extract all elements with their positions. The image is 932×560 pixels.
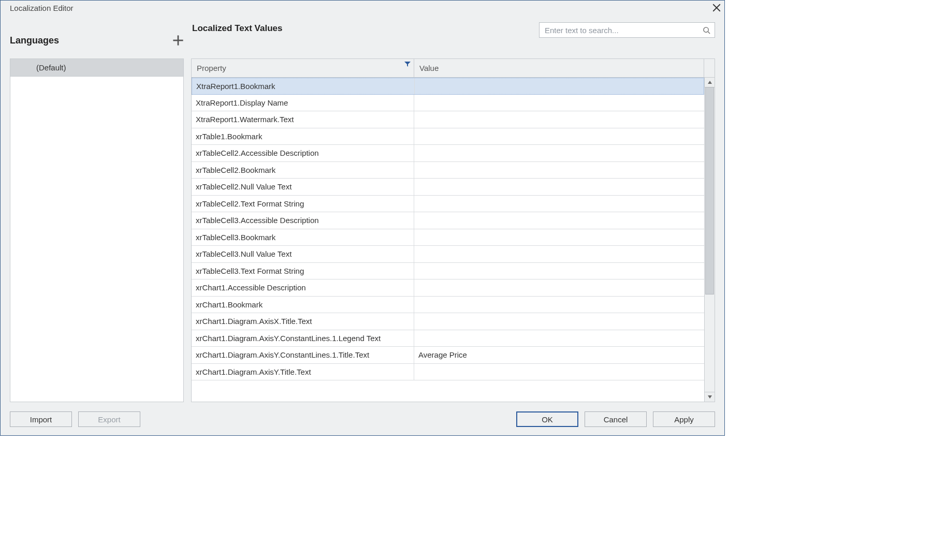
table-row[interactable]: xrTableCell3.Accessible Description	[192, 212, 704, 229]
scroll-down-button[interactable]	[704, 392, 715, 402]
import-button[interactable]: Import	[10, 411, 72, 427]
search-icon	[703, 26, 710, 34]
search-box[interactable]	[539, 22, 715, 38]
column-header-scroll-gutter	[704, 59, 715, 77]
table-row[interactable]: xrTableCell2.Null Value Text	[192, 179, 704, 196]
scrollbar-thumb[interactable]	[705, 87, 714, 294]
table-row[interactable]: xrTableCell2.Text Format String	[192, 196, 704, 213]
cell-property[interactable]: xrTableCell2.Null Value Text	[192, 179, 414, 195]
titlebar: Localization Editor	[1, 1, 724, 15]
plus-icon	[172, 35, 184, 46]
cell-property[interactable]: xrChart1.Diagram.AxisY.ConstantLines.1.T…	[192, 347, 414, 363]
grid-body[interactable]: XtraReport1.BookmarkXtraReport1.Display …	[192, 78, 704, 402]
cell-value[interactable]	[414, 229, 704, 246]
scroll-up-button[interactable]	[704, 77, 715, 87]
cell-value[interactable]	[414, 111, 704, 128]
languages-pane: Languages (Default)	[10, 22, 184, 407]
cell-property[interactable]: XtraReport1.Bookmark	[192, 78, 415, 94]
cell-value[interactable]	[414, 330, 704, 347]
apply-button[interactable]: Apply	[653, 411, 715, 427]
cell-value[interactable]	[414, 95, 704, 111]
svg-point-4	[704, 27, 708, 32]
localization-editor-window: Localization Editor Languages (	[0, 0, 725, 436]
values-pane: Localized Text Values Property	[191, 22, 715, 407]
table-row[interactable]: xrTableCell3.Bookmark	[192, 229, 704, 246]
table-row[interactable]: xrTableCell2.Bookmark	[192, 162, 704, 179]
cell-property[interactable]: xrChart1.Diagram.AxisY.ConstantLines.1.L…	[192, 330, 414, 347]
table-row[interactable]: XtraReport1.Watermark.Text	[192, 111, 704, 128]
cell-value[interactable]	[414, 179, 704, 195]
values-grid: Property Value XtraReport1.BookmarkXtraR…	[191, 58, 715, 402]
cell-property[interactable]: xrTableCell2.Accessible Description	[192, 145, 414, 161]
scrollbar-track[interactable]	[705, 87, 715, 392]
chevron-up-icon	[707, 80, 712, 85]
svg-marker-6	[404, 62, 411, 67]
table-row[interactable]: xrTableCell2.Accessible Description	[192, 145, 704, 162]
table-row[interactable]: xrChart1.Diagram.AxisY.Title.Text	[192, 364, 704, 381]
table-row[interactable]: xrChart1.Diagram.AxisY.ConstantLines.1.L…	[192, 330, 704, 347]
svg-marker-7	[708, 81, 712, 84]
cell-property[interactable]: xrChart1.Bookmark	[192, 297, 414, 313]
table-row[interactable]: XtraReport1.Bookmark	[192, 78, 704, 95]
cell-property[interactable]: xrChart1.Diagram.AxisX.Title.Text	[192, 313, 414, 330]
language-item-default[interactable]: (Default)	[10, 59, 183, 77]
cell-value[interactable]	[414, 313, 704, 330]
cell-property[interactable]: xrTableCell3.Accessible Description	[192, 212, 414, 229]
cell-property[interactable]: xrTableCell3.Bookmark	[192, 229, 414, 246]
column-header-value[interactable]: Value	[414, 59, 704, 77]
cell-value[interactable]	[414, 279, 704, 296]
cell-value[interactable]	[414, 128, 704, 145]
table-row[interactable]: xrChart1.Diagram.AxisY.ConstantLines.1.T…	[192, 347, 704, 364]
cell-property[interactable]: XtraReport1.Watermark.Text	[192, 111, 414, 128]
svg-line-5	[708, 32, 710, 34]
search-input[interactable]	[544, 25, 703, 35]
cell-value[interactable]: Average Price	[414, 347, 704, 363]
table-row[interactable]: xrTable1.Bookmark	[192, 128, 704, 145]
values-heading: Localized Text Values	[192, 23, 282, 34]
cell-value[interactable]	[414, 145, 704, 161]
filter-icon[interactable]	[404, 61, 411, 67]
svg-marker-8	[708, 395, 712, 399]
cell-property[interactable]: xrTableCell3.Text Format String	[192, 263, 414, 279]
cancel-button[interactable]: Cancel	[585, 411, 647, 427]
table-row[interactable]: xrTableCell3.Text Format String	[192, 263, 704, 280]
vertical-scrollbar[interactable]	[704, 78, 715, 402]
cell-property[interactable]: xrTableCell2.Text Format String	[192, 196, 414, 212]
cell-value[interactable]	[414, 196, 704, 212]
dialog-footer: Import Export OK Cancel Apply	[1, 407, 724, 435]
language-item-label: (Default)	[36, 63, 66, 72]
cell-property[interactable]: xrTable1.Bookmark	[192, 128, 414, 145]
cell-value[interactable]	[414, 263, 704, 279]
chevron-down-icon	[707, 394, 712, 400]
cell-value[interactable]	[414, 212, 704, 229]
table-row[interactable]: xrChart1.Accessible Description	[192, 279, 704, 297]
cell-value[interactable]	[414, 297, 704, 313]
ok-button[interactable]: OK	[516, 411, 578, 427]
cell-value[interactable]	[415, 78, 704, 94]
close-button[interactable]	[712, 3, 721, 12]
languages-heading: Languages	[10, 35, 59, 46]
close-icon	[712, 3, 721, 12]
window-title: Localization Editor	[10, 4, 712, 12]
grid-header: Property Value	[192, 59, 715, 78]
cell-property[interactable]: xrTableCell2.Bookmark	[192, 162, 414, 179]
export-button[interactable]: Export	[78, 411, 140, 427]
cell-property[interactable]: xrChart1.Diagram.AxisY.Title.Text	[192, 364, 414, 380]
cell-value[interactable]	[414, 364, 704, 380]
add-language-button[interactable]	[172, 35, 184, 46]
cell-value[interactable]	[414, 246, 704, 262]
languages-list[interactable]: (Default)	[10, 58, 184, 402]
table-row[interactable]: xrTableCell3.Null Value Text	[192, 246, 704, 263]
cell-value[interactable]	[414, 162, 704, 179]
cell-property[interactable]: xrTableCell3.Null Value Text	[192, 246, 414, 262]
table-row[interactable]: XtraReport1.Display Name	[192, 95, 704, 112]
table-row[interactable]: xrChart1.Diagram.AxisX.Title.Text	[192, 313, 704, 330]
column-header-property[interactable]: Property	[192, 59, 414, 77]
table-row[interactable]: xrChart1.Bookmark	[192, 297, 704, 314]
cell-property[interactable]: xrChart1.Accessible Description	[192, 279, 414, 296]
cell-property[interactable]: XtraReport1.Display Name	[192, 95, 414, 111]
